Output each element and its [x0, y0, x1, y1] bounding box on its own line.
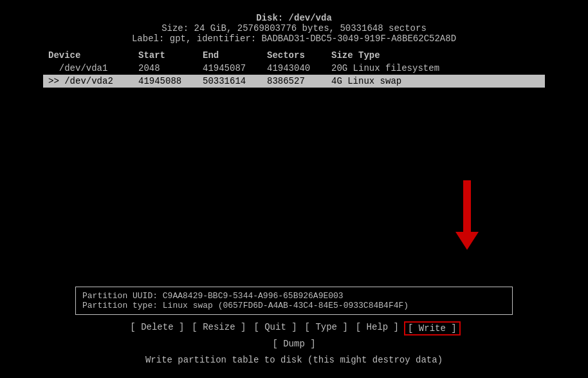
menu-type[interactable]: [ Type ]: [302, 321, 351, 335]
partition-type-line: Partition type: Linux swap (0657FD6D-A4A…: [82, 301, 506, 310]
col-start: Start: [138, 50, 203, 61]
menu-write[interactable]: [ Write ]: [404, 321, 461, 335]
col-size-type: Size Type: [331, 50, 460, 61]
disk-info: Disk: /dev/vda Size: 24 GiB, 25769803776…: [132, 13, 456, 44]
start-vda1: 2048: [138, 63, 203, 73]
menu-quit[interactable]: [ Quit ]: [251, 321, 299, 335]
disk-title: Disk: /dev/vda: [132, 13, 456, 23]
menu-resize[interactable]: [ Resize ]: [189, 321, 248, 335]
device-vda2: >> /dev/vda2: [48, 76, 138, 86]
menu-dump[interactable]: [ Dump ]: [270, 338, 318, 350]
partition-table-header: Device Start End Sectors Size Type: [43, 49, 545, 62]
menu-row2: [ Dump ]: [270, 338, 318, 350]
terminal-screen: Disk: /dev/vda Size: 24 GiB, 25769803776…: [0, 0, 588, 378]
partition-table: Device Start End Sectors Size Type /dev/…: [43, 49, 545, 88]
partition-uuid-line: Partition UUID: C9AA8429-BBC9-5344-A996-…: [82, 291, 506, 301]
start-vda2: 41945088: [138, 76, 203, 86]
arrow-shaft: [463, 180, 471, 232]
end-vda2: 50331614: [203, 76, 267, 86]
col-device: Device: [48, 50, 138, 61]
sectors-vda1: 41943040: [267, 63, 331, 73]
col-end: End: [203, 50, 267, 61]
partition-detail-box: Partition UUID: C9AA8429-BBC9-5344-A996-…: [75, 287, 513, 315]
disk-label-line: Label: gpt, identifier: BADBAD31-DBC5-30…: [132, 33, 456, 44]
arrow-head: [455, 232, 479, 250]
col-sectors: Sectors: [267, 50, 331, 61]
menu-help[interactable]: [ Help ]: [353, 321, 401, 335]
end-vda1: 41945087: [203, 63, 267, 73]
sizetype-vda2: 4G Linux swap: [331, 76, 460, 86]
disk-size-line: Size: 24 GiB, 25769803776 bytes, 5033164…: [132, 23, 456, 33]
menu-bar: [ Delete ] [ Resize ] [ Quit ] [ Type ] …: [75, 321, 513, 335]
red-arrow: [455, 180, 479, 250]
sizetype-vda1: 20G Linux filesystem: [331, 63, 460, 73]
status-text: Write partition table to disk (this migh…: [145, 355, 443, 365]
table-row[interactable]: >> /dev/vda2 41945088 50331614 8386527 4…: [43, 75, 545, 88]
device-vda1: /dev/vda1: [48, 63, 138, 73]
menu-delete[interactable]: [ Delete ]: [127, 321, 187, 335]
sectors-vda2: 8386527: [267, 76, 331, 86]
table-row[interactable]: /dev/vda1 2048 41945087 41943040 20G Lin…: [43, 62, 545, 75]
